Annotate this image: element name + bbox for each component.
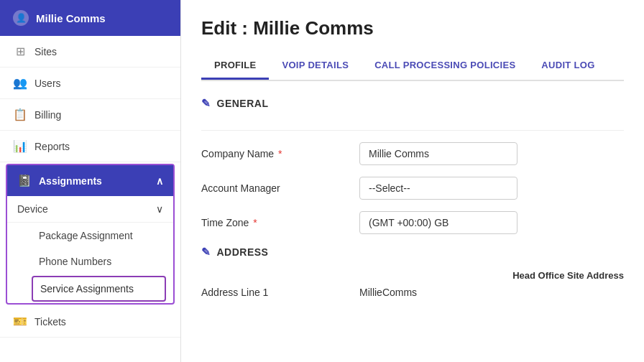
users-icon: 👥 [13, 76, 27, 90]
general-section-title: ✎ GENERAL [201, 97, 624, 110]
service-assignments-label: Service Assignments [40, 283, 134, 294]
required-star: * [278, 148, 282, 159]
assignments-submenu: Device ∨ Package Assignment Phone Number… [7, 196, 173, 303]
reports-icon: 📊 [13, 139, 27, 153]
required-star-tz: * [253, 217, 257, 228]
address-line1-row: Address Line 1 MillieComms [201, 287, 624, 298]
account-manager-row: Account Manager [201, 177, 624, 200]
address-line1-value: MillieComms [359, 287, 518, 298]
sidebar-item-label: Billing [34, 109, 61, 121]
time-zone-input[interactable] [359, 211, 518, 234]
company-name-row: Company Name * [201, 142, 624, 165]
page-title: Edit : Millie Comms [201, 17, 624, 40]
sidebar-item-label: Reports [34, 141, 70, 152]
sidebar-sub-item-device[interactable]: Device ∨ [7, 196, 173, 223]
address-section-title: ✎ ADDRESS [201, 246, 624, 259]
sidebar-item-assignments[interactable]: 📓 Assignments ∧ [7, 165, 173, 196]
edit-icon: ✎ [201, 97, 211, 110]
tab-call-processing-policies[interactable]: CALL PROCESSING POLICIES [362, 52, 528, 80]
sidebar-item-label: Sites [34, 46, 57, 57]
sidebar-header[interactable]: 👤 Millie Comms [0, 0, 180, 36]
company-name-input[interactable] [359, 142, 518, 165]
address-line1-label: Address Line 1 [201, 287, 359, 298]
main-content: Edit : Millie Comms PROFILE VOIP DETAILS… [181, 0, 644, 362]
sidebar-item-billing[interactable]: 📋 Billing [0, 99, 180, 131]
sidebar-item-sites[interactable]: ⊞ Sites [0, 36, 180, 68]
address-col-header-row: Head Office Site Address [201, 270, 624, 281]
divider [201, 130, 624, 131]
sidebar-sub-item-package-assignment[interactable]: Package Assignment [7, 223, 173, 249]
chevron-up-icon: ∧ [156, 175, 163, 187]
package-assignment-label: Package Assignment [39, 230, 133, 241]
sidebar-header-label: Millie Comms [36, 12, 106, 24]
time-zone-label: Time Zone * [201, 217, 359, 228]
device-label: Device [17, 203, 48, 215]
billing-icon: 📋 [13, 108, 27, 121]
phone-numbers-label: Phone Numbers [39, 256, 111, 267]
chevron-down-icon: ∨ [156, 203, 163, 215]
tickets-label: Tickets [34, 316, 66, 328]
user-icon: 👤 [13, 10, 29, 26]
sidebar-item-reports[interactable]: 📊 Reports [0, 131, 180, 162]
sidebar-item-tickets[interactable]: 🎫 Tickets [0, 306, 180, 338]
tickets-icon: 🎫 [13, 315, 27, 328]
grid-icon: ⊞ [13, 45, 27, 58]
sidebar-item-users[interactable]: 👥 Users [0, 68, 180, 99]
account-manager-label: Account Manager [201, 182, 359, 194]
sidebar-sub-item-phone-numbers[interactable]: Phone Numbers [7, 249, 173, 274]
sidebar-sub-item-service-assignments[interactable]: Service Assignments [32, 276, 166, 302]
time-zone-row: Time Zone * [201, 211, 624, 234]
account-manager-input[interactable] [359, 177, 518, 200]
tab-voip-details[interactable]: VOIP DETAILS [269, 52, 362, 80]
tab-audit-log[interactable]: AUDIT LOG [528, 52, 607, 80]
assignments-section: 📓 Assignments ∧ Device ∨ Package Assignm… [6, 164, 175, 305]
address-col-label: Head Office Site Address [466, 270, 624, 281]
edit-icon-address: ✎ [201, 246, 211, 259]
sidebar: 👤 Millie Comms ⊞ Sites 👥 Users 📋 Billing… [0, 0, 181, 362]
tab-profile[interactable]: PROFILE [201, 52, 269, 80]
assignments-label: Assignments [39, 175, 102, 187]
company-name-label: Company Name * [201, 148, 359, 159]
tabs-bar: PROFILE VOIP DETAILS CALL PROCESSING POL… [201, 52, 624, 81]
sidebar-item-label: Users [34, 78, 61, 89]
assignments-icon: 📓 [17, 174, 32, 187]
